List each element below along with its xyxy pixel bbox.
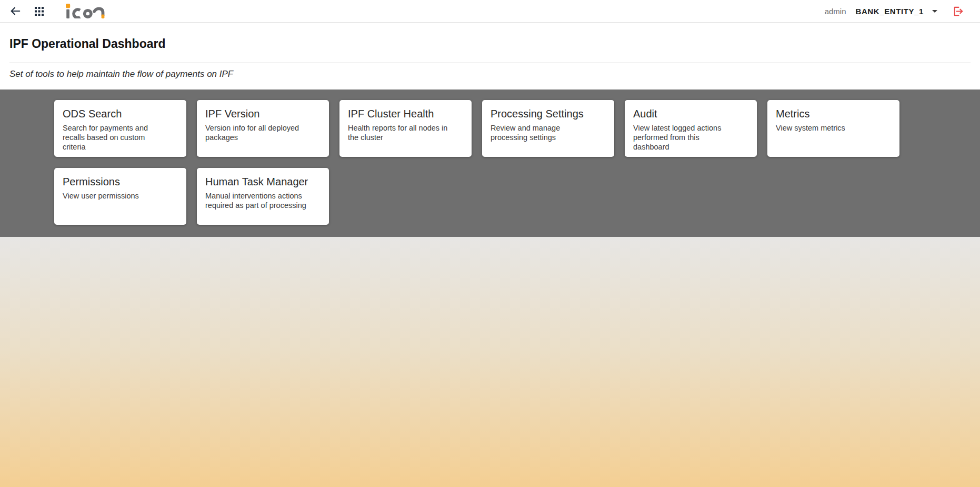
card-ipf-cluster-health[interactable]: IPF Cluster Health Health reports for al… xyxy=(339,100,472,157)
page-title: IPF Operational Dashboard xyxy=(9,37,971,50)
card-description: Health reports for all nodes in the clus… xyxy=(348,123,450,142)
card-processing-settings[interactable]: Processing Settings Review and manage pr… xyxy=(482,100,614,157)
card-audit[interactable]: Audit View latest logged actions perform… xyxy=(625,100,757,157)
page-header: IPF Operational Dashboard Set of tools t… xyxy=(0,23,980,90)
back-arrow-icon xyxy=(9,5,21,17)
entity-selector-dropdown[interactable]: BANK_ENTITY_1 xyxy=(856,7,938,16)
card-permissions[interactable]: Permissions View user permissions xyxy=(54,168,186,225)
apps-menu-button[interactable] xyxy=(34,6,45,17)
logout-button[interactable] xyxy=(951,4,965,18)
card-description: View user permissions xyxy=(63,191,165,201)
card-description: Manual interventions actions required as… xyxy=(205,191,307,210)
tools-band: ODS Search Search for payments and recal… xyxy=(0,90,980,237)
topbar: admin BANK_ENTITY_1 xyxy=(0,0,980,23)
card-title: Permissions xyxy=(63,175,178,188)
logout-icon xyxy=(952,5,964,17)
chevron-down-icon xyxy=(932,10,937,13)
back-button[interactable] xyxy=(8,4,22,18)
header-divider xyxy=(9,63,971,63)
card-title: Audit xyxy=(633,107,748,120)
apps-grid-icon xyxy=(35,7,44,16)
card-description: Search for payments and recalls based on… xyxy=(63,123,165,152)
card-description: Version info for all deployed packages xyxy=(205,123,307,142)
card-title: IPF Version xyxy=(205,107,321,120)
entity-name-label: BANK_ENTITY_1 xyxy=(856,7,924,16)
topbar-left xyxy=(8,4,109,18)
card-title: Processing Settings xyxy=(491,107,606,120)
card-metrics[interactable]: Metrics View system metrics xyxy=(767,100,899,157)
card-title: IPF Cluster Health xyxy=(348,107,463,120)
card-ipf-version[interactable]: IPF Version Version info for all deploye… xyxy=(197,100,329,157)
card-ods-search[interactable]: ODS Search Search for payments and recal… xyxy=(54,100,186,157)
card-title: ODS Search xyxy=(63,107,178,120)
admin-role-label: admin xyxy=(825,7,846,16)
cards-grid: ODS Search Search for payments and recal… xyxy=(54,100,906,225)
icon-logo xyxy=(66,4,109,18)
card-human-task-manager[interactable]: Human Task Manager Manual interventions … xyxy=(197,168,329,225)
card-title: Human Task Manager xyxy=(205,175,321,188)
card-description: View latest logged actions performed fro… xyxy=(633,123,735,152)
card-description: View system metrics xyxy=(776,123,878,133)
page-subtitle: Set of tools to help maintain the flow o… xyxy=(9,69,971,79)
background-gradient xyxy=(0,237,980,487)
card-title: Metrics xyxy=(776,107,891,120)
topbar-right: admin BANK_ENTITY_1 xyxy=(825,4,965,18)
card-description: Review and manage processing settings xyxy=(491,123,593,142)
